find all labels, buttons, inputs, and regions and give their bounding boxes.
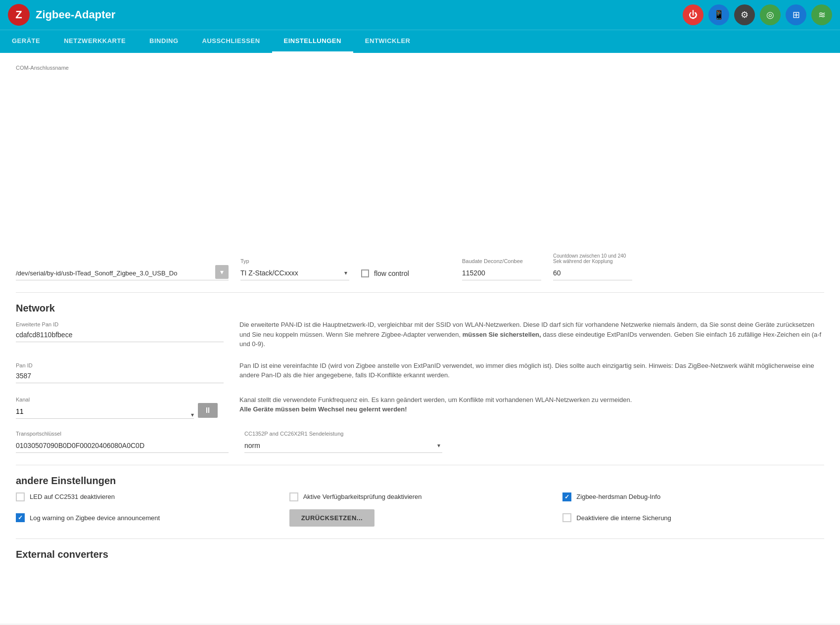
app-title: Zigbee-Adapter xyxy=(36,8,683,21)
debug-label: Zigbee-herdsman Debug-Info xyxy=(576,493,660,500)
kanal-action-btn[interactable]: ⏸ xyxy=(198,403,218,418)
typ-group: Typ TI Z-Stack/CCxxxx Deconz ZiGate EZSP… xyxy=(240,258,349,280)
kanal-desc: Kanal stellt die verwendete Funkfrequenz… xyxy=(239,395,824,414)
kanal-label: Kanal xyxy=(16,397,30,402)
nav-item-binding[interactable]: BINDING xyxy=(138,30,190,53)
typ-select-wrapper: TI Z-Stack/CCxxxx Deconz ZiGate EZSP ▾ xyxy=(240,266,349,280)
flow-control-checkbox[interactable] xyxy=(361,269,369,277)
kanal-select-arrow: ▾ xyxy=(191,411,194,418)
kanal-text: Kanal stellt die verwendete Funkfrequenz… xyxy=(239,395,824,414)
extended-pan-id-row: Erweiterte Pan ID Die erweiterte PAN-ID … xyxy=(16,320,824,349)
connection-settings-row: COM-Anschlussname ▾ Typ TI Z-Stack/CCxxx… xyxy=(16,65,824,280)
com-port-input[interactable] xyxy=(16,267,215,280)
pan-id-row: Pan ID Pan ID ist eine vereinfachte ID (… xyxy=(16,361,824,383)
checkbox-led: LED auf CC2531 deaktivieren xyxy=(16,492,278,501)
pan-id-left: Pan ID xyxy=(16,361,224,383)
zigzag-icon[interactable]: ≋ xyxy=(811,4,832,25)
external-converters-title: External converters xyxy=(16,549,824,560)
sicherung-checkbox[interactable] xyxy=(562,513,571,522)
kanal-controls: 11121314 15161718 19202122 23242526 ▾ ⏸ xyxy=(16,403,224,419)
com-port-wrapper: ▾ xyxy=(16,73,229,280)
kanal-warning: Alle Geräte müssen beim Wechsel neu gele… xyxy=(239,405,407,413)
com-port-dropdown-btn[interactable]: ▾ xyxy=(215,265,229,279)
sendeleistung-select-wrapper: norm boost ▾ xyxy=(244,439,442,453)
external-converters-section: External converters xyxy=(16,549,824,560)
nav-item-netzwerkkarte[interactable]: NETZWERKKARTE xyxy=(52,30,138,53)
sendeleistung-label: CC1352P and CC26X2R1 Sendeleistung xyxy=(244,431,442,437)
divider-2 xyxy=(16,465,824,465)
pan-id-text: Pan ID ist eine vereinfachte ID (wird vo… xyxy=(239,361,824,380)
nav-item-entwickler[interactable]: ENTWICKLER xyxy=(353,30,422,53)
transport-row: Transportschlüssel CC1352P and CC26X2R1 … xyxy=(16,431,824,453)
extended-pan-id-left: Erweiterte Pan ID xyxy=(16,320,224,342)
verfuegbarkeit-checkbox[interactable] xyxy=(289,492,298,501)
nav-item-einstellungen[interactable]: EINSTELLUNGEN xyxy=(272,30,353,53)
kanal-row-outer: Kanal 11121314 15161718 19202122 2324252… xyxy=(16,395,824,419)
kanal-left: Kanal 11121314 15161718 19202122 2324252… xyxy=(16,395,224,419)
settings-icon[interactable]: ⚙ xyxy=(734,4,755,25)
typ-label: Typ xyxy=(240,258,349,264)
pan-id-label: Pan ID xyxy=(16,362,33,368)
transport-group: Transportschlüssel xyxy=(16,431,229,453)
kanal-select-wrap: 11121314 15161718 19202122 23242526 ▾ xyxy=(16,404,194,419)
main-content: COM-Anschlussname ▾ Typ TI Z-Stack/CCxxx… xyxy=(0,53,840,624)
network-title: Network xyxy=(16,303,824,314)
checkboxes-grid: LED auf CC2531 deaktivieren Aktive Verfü… xyxy=(16,492,824,527)
app-logo: Z xyxy=(8,4,30,26)
checkbox-debug: Zigbee-herdsman Debug-Info xyxy=(562,492,824,501)
com-port-group: COM-Anschlussname ▾ xyxy=(16,65,229,280)
countdown-input[interactable] xyxy=(553,266,632,280)
transport-input[interactable] xyxy=(16,439,229,453)
transport-label: Transportschlüssel xyxy=(16,431,229,437)
extended-pan-id-desc: Die erweiterte PAN-ID ist die Hauptnetzw… xyxy=(239,320,824,349)
extended-pan-id-text: Die erweiterte PAN-ID ist die Hauptnetzw… xyxy=(239,320,824,349)
andere-einstellungen-section: andere Einstellungen LED auf CC2531 deak… xyxy=(16,475,824,527)
pan-id-desc: Pan ID ist eine vereinfachte ID (wird vo… xyxy=(239,361,824,380)
pan-id-input[interactable] xyxy=(16,369,224,383)
header-icon-group: ⏻ 📱 ⚙ ◎ ⊞ ≋ xyxy=(683,4,832,25)
checkbox-sicherung: Deaktiviere die interne Sicherung xyxy=(562,509,824,527)
sendeleistung-select[interactable]: norm boost xyxy=(244,439,442,452)
baudate-label: Baudate Deconz/Conbee xyxy=(462,258,541,264)
extended-pan-id-label: Erweiterte Pan ID xyxy=(16,321,58,327)
nav-item-ausschliessen[interactable]: AUSSCHLIESSEN xyxy=(190,30,272,53)
tablet-icon[interactable]: 📱 xyxy=(708,4,729,25)
extended-pan-id-input[interactable] xyxy=(16,328,224,342)
com-port-label: COM-Anschlussname xyxy=(16,65,229,71)
baudate-input[interactable] xyxy=(462,266,541,280)
led-checkbox[interactable] xyxy=(16,492,25,501)
antenna-icon[interactable]: ◎ xyxy=(760,4,781,25)
flow-control-label: flow control xyxy=(374,269,409,277)
header: Z Zigbee-Adapter ⏻ 📱 ⚙ ◎ ⊞ ≋ xyxy=(0,0,840,30)
verfuegbarkeit-label: Aktive Verfügbarkeitsprüfung deaktiviere… xyxy=(303,493,422,500)
grid-icon[interactable]: ⊞ xyxy=(786,4,806,25)
logwarning-checkbox[interactable] xyxy=(16,513,25,522)
kanal-select[interactable]: 11121314 15161718 19202122 23242526 xyxy=(16,404,191,418)
main-nav: GERÄTE NETZWERKKARTE BINDING AUSSCHLIESS… xyxy=(0,30,840,53)
sendeleistung-group: CC1352P and CC26X2R1 Sendeleistung norm … xyxy=(244,431,442,453)
countdown-label: Countdown zwischen 10 und 240 Sek währen… xyxy=(553,253,632,264)
checkbox-verfuegbarkeit: Aktive Verfügbarkeitsprüfung deaktiviere… xyxy=(289,492,551,501)
flow-control-group: flow control xyxy=(361,269,450,280)
led-label: LED auf CC2531 deaktivieren xyxy=(30,493,115,500)
debug-checkbox[interactable] xyxy=(562,492,571,501)
baudate-group: Baudate Deconz/Conbee xyxy=(462,258,541,280)
typ-select[interactable]: TI Z-Stack/CCxxxx Deconz ZiGate EZSP xyxy=(240,266,349,280)
reset-btn-cell: ZURÜCKSETZEN... xyxy=(289,509,551,527)
countdown-group: Countdown zwischen 10 und 240 Sek währen… xyxy=(553,253,632,280)
reset-button[interactable]: ZURÜCKSETZEN... xyxy=(289,509,375,527)
divider-3 xyxy=(16,538,824,539)
network-section: Network Erweiterte Pan ID Die erweiterte… xyxy=(16,303,824,419)
andere-title: andere Einstellungen xyxy=(16,475,824,487)
nav-item-geraete[interactable]: GERÄTE xyxy=(0,30,52,53)
power-icon[interactable]: ⏻ xyxy=(683,4,703,25)
logwarning-label: Log warning on Zigbee device announcemen… xyxy=(30,514,160,522)
sicherung-label: Deaktiviere die interne Sicherung xyxy=(576,514,671,522)
divider-1 xyxy=(16,292,824,293)
checkbox-logwarning: Log warning on Zigbee device announcemen… xyxy=(16,509,278,527)
